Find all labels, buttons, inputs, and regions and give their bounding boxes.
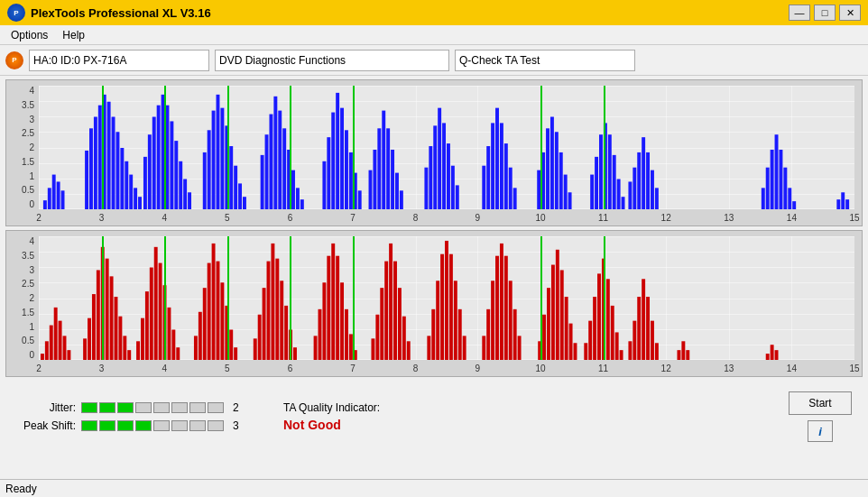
peakshift-indicator — [81, 420, 224, 431]
jitter-bar-2 — [99, 402, 115, 413]
svg-rect-217 — [615, 332, 619, 360]
test-select-wrapper[interactable]: Q-Check TA Test — [455, 50, 635, 71]
svg-rect-71 — [447, 143, 450, 209]
svg-rect-15 — [129, 175, 133, 209]
svg-rect-150 — [220, 282, 224, 360]
start-button[interactable]: Start — [789, 391, 852, 415]
svg-rect-170 — [340, 282, 344, 360]
test-select[interactable]: Q-Check TA Test — [455, 50, 635, 71]
svg-rect-211 — [588, 321, 592, 360]
svg-rect-196 — [500, 244, 503, 360]
svg-rect-18 — [143, 157, 147, 209]
jitter-bar-1 — [81, 402, 97, 413]
peakshift-label: Peak Shift: — [13, 419, 76, 432]
svg-rect-11 — [112, 116, 115, 209]
svg-rect-131 — [118, 317, 122, 360]
svg-rect-147 — [208, 263, 211, 360]
svg-rect-216 — [611, 306, 614, 360]
svg-rect-75 — [486, 146, 490, 209]
svg-rect-60 — [377, 128, 381, 209]
svg-rect-91 — [595, 157, 598, 209]
svg-rect-101 — [642, 137, 645, 209]
jitter-value: 2 — [233, 401, 239, 414]
svg-rect-171 — [345, 309, 348, 360]
svg-rect-41 — [269, 115, 272, 209]
svg-rect-39 — [261, 155, 264, 209]
svg-rect-134 — [136, 341, 140, 360]
svg-rect-213 — [597, 273, 601, 360]
device-select[interactable]: HA:0 ID:0 PX-716A — [29, 50, 209, 71]
svg-rect-36 — [234, 166, 237, 209]
svg-rect-98 — [628, 181, 632, 209]
svg-rect-40 — [265, 134, 269, 209]
svg-rect-17 — [138, 197, 142, 209]
svg-rect-181 — [402, 317, 406, 360]
svg-rect-108 — [775, 134, 779, 209]
svg-rect-95 — [613, 155, 616, 209]
svg-rect-226 — [677, 350, 680, 360]
svg-rect-227 — [681, 341, 685, 360]
svg-rect-3 — [57, 181, 60, 209]
status-text: Ready — [5, 483, 37, 495]
svg-rect-200 — [518, 336, 522, 360]
svg-rect-164 — [314, 336, 318, 360]
svg-rect-144 — [194, 336, 198, 360]
svg-rect-30 — [208, 130, 211, 209]
svg-rect-141 — [167, 308, 171, 360]
svg-rect-205 — [556, 250, 559, 360]
svg-rect-25 — [174, 141, 178, 209]
peakshift-bar-4 — [135, 420, 152, 431]
svg-rect-19 — [148, 134, 152, 209]
svg-rect-126 — [97, 270, 100, 360]
svg-rect-230 — [771, 345, 774, 360]
maximize-button[interactable]: □ — [814, 5, 836, 21]
svg-rect-155 — [258, 315, 262, 360]
minimize-button[interactable]: — — [789, 5, 810, 21]
svg-rect-44 — [282, 128, 286, 209]
svg-rect-167 — [327, 256, 330, 360]
svg-rect-99 — [633, 168, 636, 209]
svg-rect-72 — [451, 166, 455, 209]
function-select[interactable]: DVD Diagnostic Functions — [215, 50, 449, 71]
svg-rect-107 — [771, 150, 774, 209]
menu-help[interactable]: Help — [55, 27, 92, 43]
device-select-wrapper[interactable]: HA:0 ID:0 PX-716A — [29, 50, 209, 71]
svg-rect-138 — [154, 247, 158, 360]
svg-rect-176 — [380, 288, 383, 360]
titlebar-controls[interactable]: — □ ✕ — [789, 5, 861, 21]
bottom-chart-bars — [39, 236, 854, 360]
svg-rect-122 — [67, 350, 70, 360]
svg-rect-169 — [336, 256, 339, 360]
info-button[interactable]: i — [808, 420, 833, 442]
bottom-chart-yaxis: 4 3.5 3 2.5 2 1.5 1 0.5 0 — [6, 236, 37, 360]
jitter-bar-7 — [189, 402, 206, 413]
svg-rect-202 — [542, 315, 546, 360]
svg-rect-62 — [386, 128, 390, 209]
svg-rect-158 — [271, 244, 274, 360]
svg-rect-43 — [278, 111, 282, 209]
close-button[interactable]: ✕ — [839, 5, 861, 21]
svg-rect-223 — [646, 297, 650, 360]
svg-rect-215 — [606, 279, 610, 360]
svg-rect-96 — [617, 179, 621, 209]
svg-rect-222 — [642, 279, 645, 360]
svg-rect-145 — [199, 312, 202, 360]
svg-rect-86 — [555, 132, 559, 209]
start-button-area: Start i — [789, 391, 855, 442]
menu-options[interactable]: Options — [4, 27, 55, 43]
jitter-label: Jitter: — [13, 401, 76, 414]
svg-rect-165 — [319, 309, 322, 360]
svg-rect-146 — [203, 288, 207, 360]
svg-rect-67 — [429, 146, 432, 209]
device-icon: P — [5, 51, 23, 69]
svg-rect-229 — [766, 354, 770, 360]
svg-rect-137 — [150, 267, 153, 360]
svg-rect-118 — [50, 326, 53, 360]
svg-rect-157 — [267, 262, 271, 360]
svg-rect-0 — [43, 200, 47, 209]
jitter-bar-5 — [153, 402, 170, 413]
function-select-wrapper[interactable]: DVD Diagnostic Functions — [215, 50, 449, 71]
statusbar: Ready — [0, 479, 868, 497]
app-title: PlexTools Professional XL V3.16 — [31, 6, 211, 20]
svg-rect-207 — [565, 297, 568, 360]
